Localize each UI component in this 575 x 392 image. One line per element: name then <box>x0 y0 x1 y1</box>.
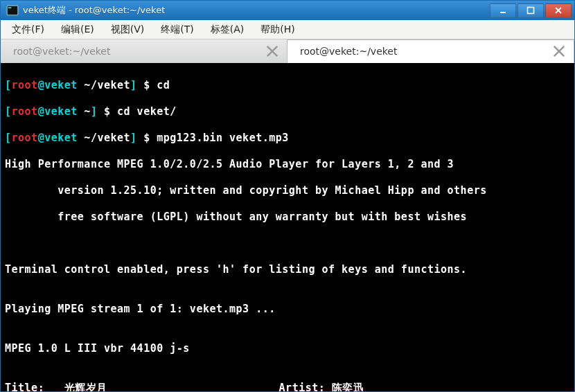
svg-rect-0 <box>7 6 18 15</box>
menu-edit[interactable]: 编辑(E) <box>54 21 101 38</box>
menu-terminal[interactable]: 终端(T) <box>154 21 200 38</box>
menubar: 文件(F) 编辑(E) 视图(V) 终端(T) 标签(A) 帮助(H) <box>1 20 574 39</box>
tab-close-icon[interactable] <box>266 45 278 57</box>
minimize-button[interactable] <box>490 3 516 17</box>
svg-rect-3 <box>528 8 534 14</box>
tab-1[interactable]: root@veket:~/veket <box>1 39 288 63</box>
window-buttons <box>490 3 572 17</box>
close-button[interactable] <box>545 3 572 17</box>
terminal-line: Playing MPEG stream 1 of 1: veket.mp3 ..… <box>5 303 570 316</box>
tab-close-icon[interactable] <box>553 45 565 57</box>
app-icon <box>6 4 19 17</box>
terminal-line: High Performance MPEG 1.0/2.0/2.5 Audio … <box>5 158 570 171</box>
window-title: veket终端 - root@veket:~/veket <box>23 4 490 17</box>
svg-rect-2 <box>500 12 506 13</box>
terminal-line: [root@veket ~/veket] $ mpg123.bin veket.… <box>5 132 570 145</box>
tab-strip: root@veket:~/veket root@veket:~/veket <box>1 39 574 63</box>
tab-2[interactable]: root@veket:~/veket <box>288 39 574 63</box>
tab-label: root@veket:~/veket <box>13 46 266 57</box>
maximize-button[interactable] <box>518 3 544 17</box>
terminal-line: [root@veket ~] $ cd veket/ <box>5 105 570 118</box>
menu-help[interactable]: 帮助(H) <box>254 21 301 38</box>
terminal-line: [root@veket ~/veket] $ cd <box>5 79 570 92</box>
terminal-line: MPEG 1.0 L III vbr 44100 j-s <box>5 342 570 355</box>
tab-label: root@veket:~/veket <box>300 46 553 57</box>
svg-rect-1 <box>8 8 12 8</box>
window-titlebar: veket终端 - root@veket:~/veket <box>1 1 574 20</box>
terminal-line: version 1.25.10; written and copyright b… <box>5 184 570 197</box>
terminal-line: Terminal control enabled, press 'h' for … <box>5 263 570 276</box>
menu-file[interactable]: 文件(F) <box>5 21 51 38</box>
menu-view[interactable]: 视图(V) <box>104 21 152 38</box>
terminal-line: Title: 光辉岁月 Artist: 陈奕迅 <box>5 382 570 391</box>
terminal-output[interactable]: [root@veket ~/veket] $ cd [root@veket ~]… <box>1 63 574 391</box>
terminal-line: free software (LGPL) without any warrant… <box>5 211 570 224</box>
menu-tabs[interactable]: 标签(A) <box>204 21 251 38</box>
